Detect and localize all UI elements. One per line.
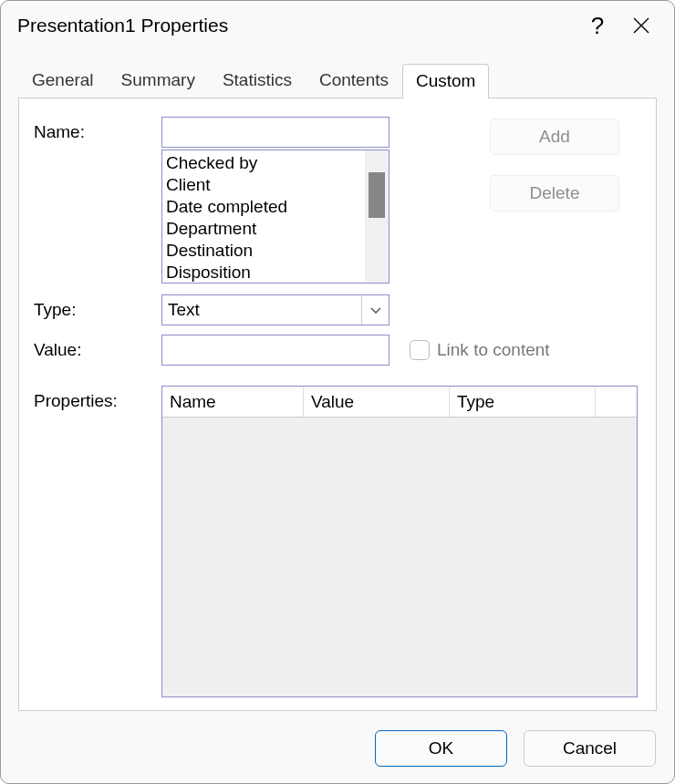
close-icon — [631, 15, 651, 36]
properties-table: Name Value Type — [161, 386, 638, 697]
type-selected-value: Text — [168, 300, 200, 320]
column-header-spacer — [596, 387, 637, 417]
tab-general[interactable]: General — [18, 63, 108, 98]
tab-summary[interactable]: Summary — [108, 63, 209, 98]
name-label: Name: — [34, 117, 161, 142]
type-select[interactable]: Text — [161, 294, 389, 325]
list-item[interactable]: Client — [162, 174, 365, 196]
properties-dialog: Presentation1 Properties ? General Summa… — [0, 0, 675, 784]
name-suggestions-list: Checked by Client Date completed Departm… — [161, 150, 389, 284]
list-item[interactable]: Department — [162, 218, 365, 240]
tab-container: General Summary Statistics Contents Cust… — [1, 50, 674, 711]
properties-table-header: Name Value Type — [162, 387, 637, 418]
tab-statistics[interactable]: Statistics — [209, 63, 306, 98]
scrollbar-thumb[interactable] — [369, 172, 385, 218]
properties-label: Properties: — [34, 386, 161, 411]
list-item[interactable]: Date completed — [162, 196, 365, 218]
tab-contents[interactable]: Contents — [306, 63, 402, 98]
help-button[interactable]: ? — [576, 4, 619, 47]
dropdown-toggle[interactable] — [361, 295, 389, 325]
dialog-title: Presentation1 Properties — [17, 15, 576, 36]
value-label: Value: — [34, 340, 161, 360]
tab-custom[interactable]: Custom — [402, 64, 489, 98]
column-header-type[interactable]: Type — [450, 387, 596, 417]
value-input[interactable] — [161, 335, 389, 366]
list-item[interactable]: Checked by — [162, 152, 365, 174]
name-input[interactable] — [161, 117, 389, 148]
column-header-name[interactable]: Name — [162, 387, 304, 417]
link-to-content-checkbox[interactable] — [410, 340, 430, 360]
list-item[interactable]: Destination — [162, 240, 365, 262]
delete-button[interactable]: Delete — [490, 175, 619, 211]
close-button[interactable] — [619, 4, 663, 47]
list-item[interactable]: Disposition — [162, 262, 365, 283]
titlebar: Presentation1 Properties ? — [1, 1, 674, 50]
add-button[interactable]: Add — [490, 119, 619, 155]
column-header-value[interactable]: Value — [304, 387, 450, 417]
link-to-content-label: Link to content — [437, 340, 550, 360]
help-icon: ? — [591, 12, 604, 40]
type-label: Type: — [34, 300, 161, 320]
tabs: General Summary Statistics Contents Cust… — [18, 63, 657, 98]
dialog-footer: OK Cancel — [1, 730, 674, 767]
cancel-button[interactable]: Cancel — [524, 730, 656, 767]
ok-button[interactable]: OK — [375, 730, 507, 767]
tab-panel-custom: Name: Checked by Client Date completed D… — [18, 98, 657, 711]
chevron-down-icon — [369, 305, 382, 315]
scrollbar[interactable] — [365, 150, 389, 283]
